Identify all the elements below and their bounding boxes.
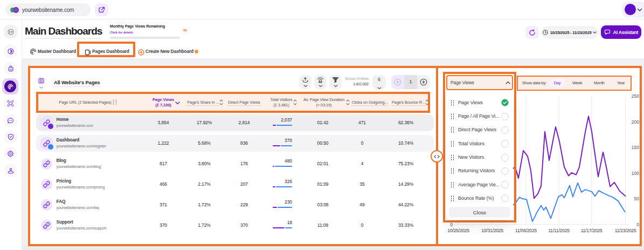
svg-text:250: 250 [632,93,639,99]
svg-text:150: 150 [632,145,639,150]
svg-text:0: 0 [450,222,453,227]
svg-text:11/23/2025: 11/23/2025 [615,228,636,233]
svg-text:50: 50 [634,196,640,201]
svg-text:0: 0 [636,222,639,227]
svg-text:200: 200 [632,119,639,125]
svg-text:11/06/2025: 11/06/2025 [515,228,537,233]
svg-text:11/11/2025: 11/11/2025 [548,228,570,233]
svg-text:10/25/2025: 10/25/2025 [447,228,469,233]
svg-text:10/31/2025: 10/31/2025 [481,228,503,233]
svg-text:100: 100 [632,171,639,176]
svg-text:11/17/2025: 11/17/2025 [581,228,603,233]
